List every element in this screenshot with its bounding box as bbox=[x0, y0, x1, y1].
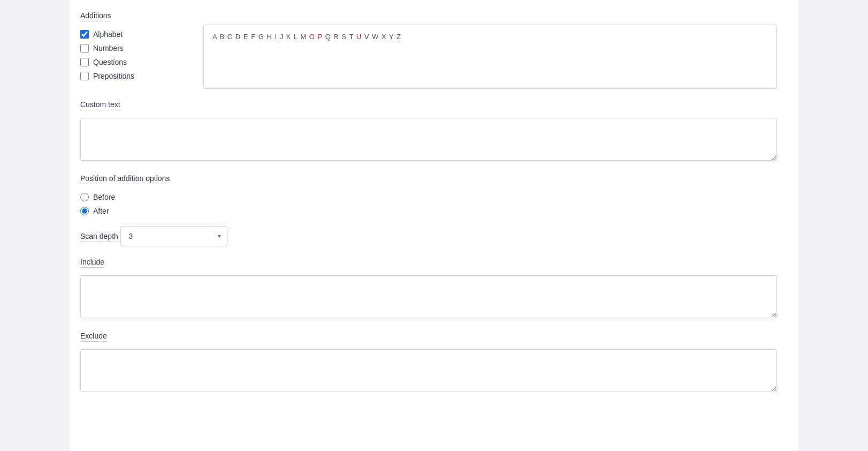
position-radio-group: Before After bbox=[80, 187, 777, 215]
checkbox-numbers[interactable]: Numbers bbox=[80, 44, 187, 52]
additions-checkboxes: Alphabet Numbers Questions Prepositions bbox=[80, 25, 187, 89]
custom-text-section: Custom text bbox=[80, 100, 777, 163]
checkbox-prepositions[interactable]: Prepositions bbox=[80, 72, 187, 80]
main-content: Additions Alphabet Numbers Questions bbox=[70, 0, 798, 451]
left-sidebar bbox=[0, 0, 70, 451]
checkbox-questions[interactable]: Questions bbox=[80, 58, 187, 66]
prepositions-checkbox[interactable] bbox=[80, 72, 89, 80]
position-label: Position of addition options bbox=[80, 174, 170, 184]
scan-depth-select-wrapper: 1 2 3 4 5 ▾ bbox=[120, 226, 227, 246]
include-section: Include bbox=[80, 257, 777, 320]
custom-text-input[interactable] bbox=[80, 118, 777, 161]
numbers-label: Numbers bbox=[93, 44, 124, 52]
questions-label: Questions bbox=[93, 58, 127, 66]
after-label: After bbox=[93, 207, 109, 215]
radio-after[interactable]: After bbox=[80, 207, 777, 215]
scan-depth-select[interactable]: 1 2 3 4 5 bbox=[120, 226, 227, 246]
scan-depth-section: Scan depth 1 2 3 4 5 ▾ bbox=[80, 226, 777, 246]
checkbox-alphabet[interactable]: Alphabet bbox=[80, 30, 187, 39]
include-input[interactable] bbox=[80, 275, 777, 318]
alphabet-checkbox[interactable] bbox=[80, 30, 89, 39]
scan-depth-label: Scan depth bbox=[80, 232, 118, 242]
alphabet-label: Alphabet bbox=[93, 30, 123, 39]
exclude-label: Exclude bbox=[80, 332, 107, 342]
additions-label: Additions bbox=[80, 11, 111, 21]
questions-checkbox[interactable] bbox=[80, 58, 89, 66]
exclude-section: Exclude bbox=[80, 331, 777, 394]
additions-row: Alphabet Numbers Questions Prepositions … bbox=[80, 25, 777, 89]
include-label: Include bbox=[80, 258, 104, 268]
position-section: Position of addition options Before Afte… bbox=[80, 174, 777, 215]
prepositions-label: Prepositions bbox=[93, 72, 134, 80]
before-label: Before bbox=[93, 193, 115, 201]
numbers-checkbox[interactable] bbox=[80, 44, 89, 52]
after-radio[interactable] bbox=[80, 207, 89, 215]
exclude-input[interactable] bbox=[80, 349, 777, 392]
before-radio[interactable] bbox=[80, 193, 89, 201]
custom-text-label: Custom text bbox=[80, 100, 120, 110]
alphabet-preview: A B C D E F G H I J K L M O P Q R S T U … bbox=[203, 25, 777, 89]
alphabet-preview-text: A B C D E F G H I J K L M O P Q R S T U … bbox=[212, 33, 401, 41]
right-sidebar bbox=[798, 0, 868, 451]
additions-section: Additions Alphabet Numbers Questions bbox=[80, 11, 777, 89]
radio-before[interactable]: Before bbox=[80, 193, 777, 201]
